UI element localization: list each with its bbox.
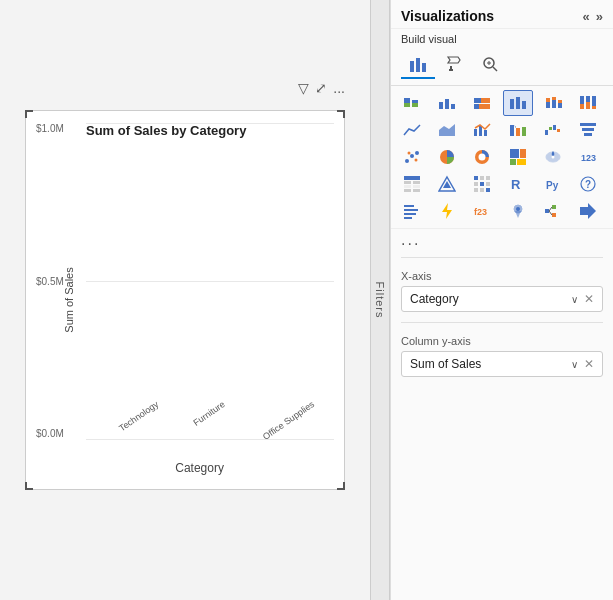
viz-triangle[interactable] [432, 171, 462, 197]
svg-rect-21 [516, 97, 520, 109]
more-options-icon[interactable]: ... [333, 80, 345, 96]
svg-rect-47 [580, 123, 596, 126]
viz-panel-title: Visualizations [401, 8, 494, 24]
y-axis-pill[interactable]: Sum of Sales ∨ ✕ [401, 351, 603, 377]
viz-line[interactable] [397, 117, 427, 143]
chart-area: $1.0M $0.5M $0.0M Technology [86, 123, 334, 439]
y-axis-section-label: Column y-axis [401, 335, 603, 347]
viz-smart-narrative[interactable] [397, 198, 427, 224]
x-axis-pill[interactable]: Category ∨ ✕ [401, 286, 603, 312]
filter-icon[interactable]: ▽ [298, 80, 309, 96]
svg-rect-89 [404, 213, 416, 215]
bar-group-furniture: Furniture [182, 391, 224, 409]
viz-23-icon[interactable]: f23 [467, 198, 497, 224]
y-axis-chevron[interactable]: ∨ [571, 359, 578, 370]
viz-pie[interactable] [432, 144, 462, 170]
visualizations-panel: Visualizations « » Build visual [390, 0, 613, 600]
tab-fields[interactable] [401, 51, 435, 79]
tab-format[interactable] [437, 51, 471, 79]
viz-scatter[interactable] [397, 144, 427, 170]
svg-rect-14 [445, 99, 449, 109]
svg-rect-22 [522, 101, 526, 109]
svg-point-54 [415, 159, 418, 162]
svg-rect-76 [486, 176, 490, 180]
svg-rect-88 [404, 209, 418, 211]
viz-map[interactable] [538, 144, 568, 170]
svg-rect-25 [552, 100, 556, 108]
svg-rect-95 [545, 209, 549, 213]
svg-rect-24 [546, 98, 550, 102]
viz-bar-chart[interactable] [432, 90, 462, 116]
viz-area[interactable] [432, 117, 462, 143]
y-axis-value: Sum of Sales [410, 357, 481, 371]
svg-rect-16 [474, 98, 481, 103]
viz-matrix[interactable] [467, 171, 497, 197]
viz-treemap[interactable] [503, 144, 533, 170]
viz-100pct-bar[interactable] [467, 90, 497, 116]
more-dots: ... [391, 229, 613, 253]
corner-br [337, 482, 345, 490]
svg-rect-48 [582, 128, 594, 131]
separator-2 [401, 322, 603, 323]
viz-stacked-column[interactable] [538, 90, 568, 116]
y-tick-top: $1.0M [36, 123, 64, 134]
bar-group-technology: Technology [109, 391, 155, 409]
viz-decomp-tree[interactable] [538, 198, 568, 224]
viz-number[interactable]: 123 [573, 144, 603, 170]
svg-rect-44 [549, 127, 552, 130]
viz-qna[interactable]: ? [573, 171, 603, 197]
tab-analytics[interactable] [473, 51, 507, 79]
svg-rect-70 [404, 189, 411, 192]
x-axis-chevron[interactable]: ∨ [571, 294, 578, 305]
expand-icon[interactable]: ⤢ [315, 80, 327, 96]
viz-funnel[interactable] [573, 117, 603, 143]
viz-stacked-bar[interactable] [397, 90, 427, 116]
viz-python[interactable]: Py [538, 171, 568, 197]
x-axis-remove[interactable]: ✕ [584, 292, 594, 306]
x-axis-section: X-axis Category ∨ ✕ [391, 262, 613, 318]
svg-point-53 [408, 152, 411, 155]
svg-rect-65 [404, 176, 420, 180]
svg-rect-4 [449, 69, 453, 71]
viz-clustered-column[interactable] [503, 90, 533, 116]
viz-waterfall[interactable] [538, 117, 568, 143]
svg-rect-12 [412, 103, 418, 107]
viz-100pct-column[interactable] [573, 90, 603, 116]
viz-r-visual[interactable]: R [503, 171, 533, 197]
svg-rect-68 [404, 185, 411, 188]
viz-line-bar[interactable] [467, 117, 497, 143]
svg-rect-33 [592, 96, 596, 106]
nav-left-btn[interactable]: « [583, 9, 590, 24]
y-tick-mid: $0.5M [36, 276, 64, 287]
svg-point-51 [410, 154, 414, 158]
viz-location-pin[interactable] [503, 198, 533, 224]
svg-marker-35 [439, 124, 455, 136]
filters-strip: Filters [370, 0, 390, 600]
svg-rect-77 [474, 182, 478, 186]
viz-donut[interactable] [467, 144, 497, 170]
svg-rect-66 [404, 181, 411, 184]
svg-rect-15 [451, 104, 455, 109]
svg-rect-20 [510, 99, 514, 109]
fields-tab-icon [409, 55, 427, 73]
y-axis-pill-controls: ∨ ✕ [571, 357, 594, 371]
viz-table[interactable] [397, 171, 427, 197]
viz-ribbon[interactable] [503, 117, 533, 143]
y-axis-remove[interactable]: ✕ [584, 357, 594, 371]
svg-rect-60 [510, 159, 516, 165]
svg-rect-2 [422, 63, 426, 72]
svg-rect-87 [404, 205, 414, 207]
svg-rect-30 [580, 104, 584, 109]
corner-bl [25, 482, 33, 490]
viz-lightning[interactable] [432, 198, 462, 224]
viz-more-visuals[interactable] [573, 198, 603, 224]
svg-rect-18 [474, 104, 479, 109]
svg-point-94 [516, 207, 520, 211]
svg-rect-90 [404, 217, 412, 219]
chart-panel: ▽ ⤢ ... Sum of Sales by Category Sum of … [0, 0, 370, 600]
svg-rect-27 [558, 103, 562, 108]
svg-rect-79 [486, 182, 490, 186]
x-axis-section-label: X-axis [401, 270, 603, 282]
svg-rect-46 [557, 129, 560, 132]
nav-right-btn[interactable]: » [596, 9, 603, 24]
